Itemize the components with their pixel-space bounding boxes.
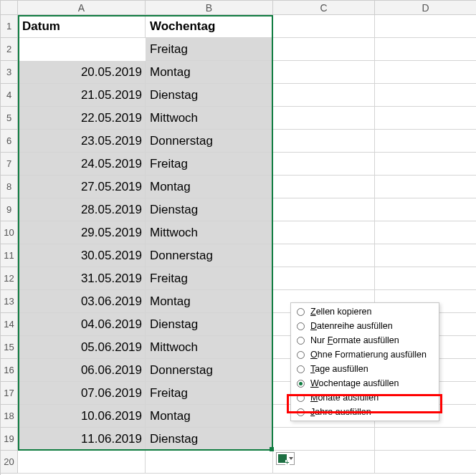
cell-c12[interactable] xyxy=(273,267,375,290)
menu-item-2[interactable]: Nur Formate ausfüllen xyxy=(291,333,439,347)
cell-d10[interactable] xyxy=(375,221,476,244)
row-header-15[interactable]: 15 xyxy=(1,336,18,359)
cell-c6[interactable] xyxy=(273,130,375,153)
col-header-c[interactable]: C xyxy=(273,1,375,15)
cell-d19[interactable] xyxy=(375,428,476,451)
cell-d2[interactable] xyxy=(375,38,476,61)
cell-d3[interactable] xyxy=(375,61,476,84)
cell-b18[interactable]: Montag xyxy=(146,405,273,428)
cell-d5[interactable] xyxy=(375,107,476,130)
cell-a3[interactable]: 20.05.2019 xyxy=(18,61,146,84)
cell-d1[interactable] xyxy=(375,15,476,38)
active-cell-a2[interactable] xyxy=(18,38,146,61)
menu-item-7[interactable]: Jahre ausfüllen xyxy=(291,405,439,419)
cell-c2[interactable] xyxy=(273,38,375,61)
cell-d11[interactable] xyxy=(375,244,476,267)
cell-b8[interactable]: Montag xyxy=(146,176,273,198)
row-header-14[interactable]: 14 xyxy=(1,313,18,336)
row-header-2[interactable]: 2 xyxy=(1,38,18,61)
col-header-d[interactable]: D xyxy=(375,1,476,15)
row-header-7[interactable]: 7 xyxy=(1,153,18,176)
cell-c10[interactable] xyxy=(273,221,375,244)
cell-d4[interactable] xyxy=(375,84,476,107)
row-header-9[interactable]: 9 xyxy=(1,198,18,221)
autofill-options-button[interactable] xyxy=(276,452,295,465)
cell-a17[interactable]: 07.06.2019 xyxy=(18,382,146,405)
cell-b7[interactable]: Freitag xyxy=(146,153,273,176)
cell-b2[interactable]: Freitag xyxy=(146,38,273,61)
col-header-b[interactable]: B xyxy=(146,1,273,15)
menu-item-3[interactable]: Ohne Formatierung ausfüllen xyxy=(291,347,439,362)
cell-b19[interactable]: Dienstag xyxy=(146,428,273,451)
cell-d8[interactable] xyxy=(375,176,476,198)
cell-a20[interactable] xyxy=(18,451,146,474)
cell-b10[interactable]: Mittwoch xyxy=(146,221,273,244)
cell-a11[interactable]: 30.05.2019 xyxy=(18,244,146,267)
row-header-11[interactable]: 11 xyxy=(1,244,18,267)
cell-a7[interactable]: 24.05.2019 xyxy=(18,153,146,176)
cell-b11[interactable]: Donnerstag xyxy=(146,244,273,267)
cell-b3[interactable]: Montag xyxy=(146,61,273,84)
cell-c8[interactable] xyxy=(273,176,375,198)
cell-b13[interactable]: Montag xyxy=(146,290,273,313)
cell-d12[interactable] xyxy=(375,267,476,290)
select-all-corner[interactable] xyxy=(1,1,18,15)
row-header-10[interactable]: 10 xyxy=(1,221,18,244)
cell-c19[interactable] xyxy=(273,428,375,451)
row-header-5[interactable]: 5 xyxy=(1,107,18,130)
cell-c1[interactable] xyxy=(273,15,375,38)
cell-b1[interactable]: Wochentag xyxy=(146,15,273,38)
cell-b17[interactable]: Freitag xyxy=(146,382,273,405)
cell-c7[interactable] xyxy=(273,153,375,176)
menu-item-5[interactable]: Wochentage ausfüllen xyxy=(291,376,439,390)
cell-a13[interactable]: 03.06.2019 xyxy=(18,290,146,313)
row-header-1[interactable]: 1 xyxy=(1,15,18,38)
cell-a15[interactable]: 05.06.2019 xyxy=(18,336,146,359)
cell-b15[interactable]: Mittwoch xyxy=(146,336,273,359)
cell-b14[interactable]: Dienstag xyxy=(146,313,273,336)
cell-a5[interactable]: 22.05.2019 xyxy=(18,107,146,130)
cell-a14[interactable]: 04.06.2019 xyxy=(18,313,146,336)
cell-b5[interactable]: Mittwoch xyxy=(146,107,273,130)
cell-c9[interactable] xyxy=(273,198,375,221)
menu-item-6[interactable]: Monate ausfüllen xyxy=(291,390,439,405)
cell-a4[interactable]: 21.05.2019 xyxy=(18,84,146,107)
cell-d7[interactable] xyxy=(375,153,476,176)
cell-a12[interactable]: 31.05.2019 xyxy=(18,267,146,290)
cell-c3[interactable] xyxy=(273,61,375,84)
cell-a19[interactable]: 11.06.2019 xyxy=(18,428,146,451)
cell-b4[interactable]: Dienstag xyxy=(146,84,273,107)
row-header-13[interactable]: 13 xyxy=(1,290,18,313)
cell-a9[interactable]: 28.05.2019 xyxy=(18,198,146,221)
row-header-3[interactable]: 3 xyxy=(1,61,18,84)
row-header-4[interactable]: 4 xyxy=(1,84,18,107)
menu-item-0[interactable]: Zellen kopieren xyxy=(291,304,439,319)
menu-item-4[interactable]: Tage ausfüllen xyxy=(291,362,439,376)
cell-a6[interactable]: 23.05.2019 xyxy=(18,130,146,153)
row-header-20[interactable]: 20 xyxy=(1,451,18,474)
cell-a16[interactable]: 06.06.2019 xyxy=(18,359,146,382)
cell-d6[interactable] xyxy=(375,130,476,153)
cell-b20[interactable] xyxy=(146,451,273,474)
row-header-12[interactable]: 12 xyxy=(1,267,18,290)
cell-d20[interactable] xyxy=(375,451,476,474)
row-header-16[interactable]: 16 xyxy=(1,359,18,382)
row-header-19[interactable]: 19 xyxy=(1,428,18,451)
menu-item-1[interactable]: Datenreihe ausfüllen xyxy=(291,319,439,333)
cell-b6[interactable]: Donnerstag xyxy=(146,130,273,153)
cell-a18[interactable]: 10.06.2019 xyxy=(18,405,146,428)
cell-b16[interactable]: Donnerstag xyxy=(146,359,273,382)
cell-c11[interactable] xyxy=(273,244,375,267)
row-header-17[interactable]: 17 xyxy=(1,382,18,405)
cell-c5[interactable] xyxy=(273,107,375,130)
row-header-6[interactable]: 6 xyxy=(1,130,18,153)
cell-d9[interactable] xyxy=(375,198,476,221)
cell-b12[interactable]: Freitag xyxy=(146,267,273,290)
cell-a1[interactable]: Datum xyxy=(18,15,146,38)
col-header-a[interactable]: A xyxy=(18,1,146,15)
row-header-18[interactable]: 18 xyxy=(1,405,18,428)
cell-c4[interactable] xyxy=(273,84,375,107)
cell-b9[interactable]: Dienstag xyxy=(146,198,273,221)
row-header-8[interactable]: 8 xyxy=(1,176,18,198)
cell-a8[interactable]: 27.05.2019 xyxy=(18,176,146,198)
